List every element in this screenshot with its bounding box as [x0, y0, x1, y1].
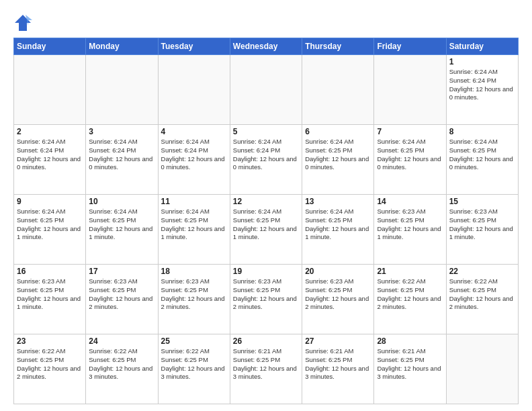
calendar-cell [446, 334, 518, 404]
calendar-cell [230, 55, 302, 125]
day-number: 19 [233, 267, 299, 276]
calendar-cell: 3Sunrise: 6:24 AM Sunset: 6:24 PM Daylig… [86, 125, 158, 195]
day-info: Sunrise: 6:24 AM Sunset: 6:24 PM Dayligh… [89, 138, 154, 172]
day-info: Sunrise: 6:24 AM Sunset: 6:24 PM Dayligh… [17, 138, 83, 172]
calendar-cell: 5Sunrise: 6:24 AM Sunset: 6:24 PM Daylig… [230, 125, 302, 195]
day-info: Sunrise: 6:21 AM Sunset: 6:25 PM Dayligh… [305, 347, 371, 381]
calendar-cell: 15Sunrise: 6:23 AM Sunset: 6:25 PM Dayli… [446, 195, 518, 265]
day-info: Sunrise: 6:23 AM Sunset: 6:25 PM Dayligh… [377, 208, 443, 242]
day-info: Sunrise: 6:23 AM Sunset: 6:25 PM Dayligh… [161, 277, 227, 312]
day-info: Sunrise: 6:24 AM Sunset: 6:25 PM Dayligh… [377, 138, 443, 172]
day-info: Sunrise: 6:24 AM Sunset: 6:25 PM Dayligh… [305, 138, 371, 172]
day-info: Sunrise: 6:24 AM Sunset: 6:24 PM Dayligh… [161, 138, 227, 172]
weekday-header-sunday: Sunday [14, 38, 86, 55]
day-number: 10 [89, 197, 154, 206]
calendar-cell: 22Sunrise: 6:22 AM Sunset: 6:25 PM Dayli… [446, 265, 518, 334]
day-info: Sunrise: 6:24 AM Sunset: 6:25 PM Dayligh… [449, 138, 515, 172]
calendar-cell: 28Sunrise: 6:21 AM Sunset: 6:25 PM Dayli… [374, 334, 446, 404]
weekday-header-tuesday: Tuesday [158, 38, 230, 55]
calendar-cell [158, 55, 230, 125]
day-info: Sunrise: 6:23 AM Sunset: 6:25 PM Dayligh… [233, 277, 299, 312]
calendar-table: SundayMondayTuesdayWednesdayThursdayFrid… [13, 38, 519, 404]
header [13, 11, 519, 32]
day-number: 2 [17, 127, 83, 136]
calendar-cell: 6Sunrise: 6:24 AM Sunset: 6:25 PM Daylig… [302, 125, 374, 195]
calendar-week-1: 1Sunrise: 6:24 AM Sunset: 6:24 PM Daylig… [14, 55, 519, 125]
page: SundayMondayTuesdayWednesdayThursdayFrid… [0, 0, 532, 411]
calendar-cell [14, 55, 86, 125]
day-info: Sunrise: 6:23 AM Sunset: 6:25 PM Dayligh… [17, 277, 83, 312]
day-number: 6 [305, 127, 371, 136]
calendar-week-4: 16Sunrise: 6:23 AM Sunset: 6:25 PM Dayli… [14, 265, 519, 334]
day-info: Sunrise: 6:22 AM Sunset: 6:25 PM Dayligh… [377, 277, 443, 312]
day-number: 12 [233, 197, 299, 206]
logo [13, 13, 34, 32]
calendar-cell: 23Sunrise: 6:22 AM Sunset: 6:25 PM Dayli… [14, 334, 86, 404]
calendar-cell: 19Sunrise: 6:23 AM Sunset: 6:25 PM Dayli… [230, 265, 302, 334]
day-number: 3 [89, 127, 154, 136]
calendar-cell: 12Sunrise: 6:24 AM Sunset: 6:25 PM Dayli… [230, 195, 302, 265]
calendar-cell: 17Sunrise: 6:23 AM Sunset: 6:25 PM Dayli… [86, 265, 158, 334]
weekday-header-thursday: Thursday [302, 38, 374, 55]
day-number: 21 [377, 267, 443, 276]
calendar-cell [374, 55, 446, 125]
weekday-header-wednesday: Wednesday [230, 38, 302, 55]
day-info: Sunrise: 6:21 AM Sunset: 6:25 PM Dayligh… [377, 347, 443, 381]
calendar-cell: 26Sunrise: 6:21 AM Sunset: 6:25 PM Dayli… [230, 334, 302, 404]
calendar-cell: 14Sunrise: 6:23 AM Sunset: 6:25 PM Dayli… [374, 195, 446, 265]
day-info: Sunrise: 6:22 AM Sunset: 6:25 PM Dayligh… [161, 347, 227, 381]
calendar-cell: 25Sunrise: 6:22 AM Sunset: 6:25 PM Dayli… [158, 334, 230, 404]
day-number: 14 [377, 197, 443, 206]
calendar-week-3: 9Sunrise: 6:24 AM Sunset: 6:25 PM Daylig… [14, 195, 519, 265]
day-number: 5 [233, 127, 299, 136]
day-number: 18 [161, 267, 227, 276]
day-number: 11 [161, 197, 227, 206]
day-info: Sunrise: 6:24 AM Sunset: 6:24 PM Dayligh… [449, 68, 515, 102]
day-info: Sunrise: 6:24 AM Sunset: 6:25 PM Dayligh… [161, 208, 227, 242]
day-number: 17 [89, 267, 154, 276]
day-info: Sunrise: 6:24 AM Sunset: 6:25 PM Dayligh… [89, 208, 154, 242]
day-number: 24 [89, 336, 154, 346]
logo-icon [13, 13, 32, 32]
calendar-cell: 18Sunrise: 6:23 AM Sunset: 6:25 PM Dayli… [158, 265, 230, 334]
calendar-cell: 21Sunrise: 6:22 AM Sunset: 6:25 PM Dayli… [374, 265, 446, 334]
day-info: Sunrise: 6:21 AM Sunset: 6:25 PM Dayligh… [233, 347, 299, 381]
calendar-cell: 11Sunrise: 6:24 AM Sunset: 6:25 PM Dayli… [158, 195, 230, 265]
calendar-cell: 7Sunrise: 6:24 AM Sunset: 6:25 PM Daylig… [374, 125, 446, 195]
day-number: 22 [449, 267, 515, 276]
day-number: 20 [305, 267, 371, 276]
calendar-week-5: 23Sunrise: 6:22 AM Sunset: 6:25 PM Dayli… [14, 334, 519, 404]
day-number: 23 [17, 336, 83, 346]
day-number: 13 [305, 197, 371, 206]
day-info: Sunrise: 6:23 AM Sunset: 6:25 PM Dayligh… [449, 208, 515, 242]
calendar-cell: 20Sunrise: 6:23 AM Sunset: 6:25 PM Dayli… [302, 265, 374, 334]
day-info: Sunrise: 6:22 AM Sunset: 6:25 PM Dayligh… [89, 347, 154, 381]
day-number: 15 [449, 197, 515, 206]
weekday-header-friday: Friday [374, 38, 446, 55]
calendar-cell: 2Sunrise: 6:24 AM Sunset: 6:24 PM Daylig… [14, 125, 86, 195]
weekday-header-monday: Monday [86, 38, 158, 55]
day-info: Sunrise: 6:24 AM Sunset: 6:24 PM Dayligh… [233, 138, 299, 172]
day-info: Sunrise: 6:24 AM Sunset: 6:25 PM Dayligh… [305, 208, 371, 242]
calendar-cell: 9Sunrise: 6:24 AM Sunset: 6:25 PM Daylig… [14, 195, 86, 265]
calendar-cell: 4Sunrise: 6:24 AM Sunset: 6:24 PM Daylig… [158, 125, 230, 195]
calendar-week-2: 2Sunrise: 6:24 AM Sunset: 6:24 PM Daylig… [14, 125, 519, 195]
calendar-cell: 10Sunrise: 6:24 AM Sunset: 6:25 PM Dayli… [86, 195, 158, 265]
day-number: 28 [377, 336, 443, 346]
calendar-cell: 1Sunrise: 6:24 AM Sunset: 6:24 PM Daylig… [446, 55, 518, 125]
day-info: Sunrise: 6:23 AM Sunset: 6:25 PM Dayligh… [305, 277, 371, 312]
calendar-body: 1Sunrise: 6:24 AM Sunset: 6:24 PM Daylig… [14, 55, 519, 404]
calendar-cell: 24Sunrise: 6:22 AM Sunset: 6:25 PM Dayli… [86, 334, 158, 404]
day-info: Sunrise: 6:24 AM Sunset: 6:25 PM Dayligh… [233, 208, 299, 242]
day-info: Sunrise: 6:22 AM Sunset: 6:25 PM Dayligh… [449, 277, 515, 312]
day-number: 7 [377, 127, 443, 136]
day-number: 26 [233, 336, 299, 346]
day-number: 27 [305, 336, 371, 346]
calendar-cell [302, 55, 374, 125]
weekday-header-saturday: Saturday [446, 38, 518, 55]
calendar-cell: 13Sunrise: 6:24 AM Sunset: 6:25 PM Dayli… [302, 195, 374, 265]
day-number: 16 [17, 267, 83, 276]
day-number: 1 [449, 57, 515, 66]
day-number: 4 [161, 127, 227, 136]
day-number: 25 [161, 336, 227, 346]
